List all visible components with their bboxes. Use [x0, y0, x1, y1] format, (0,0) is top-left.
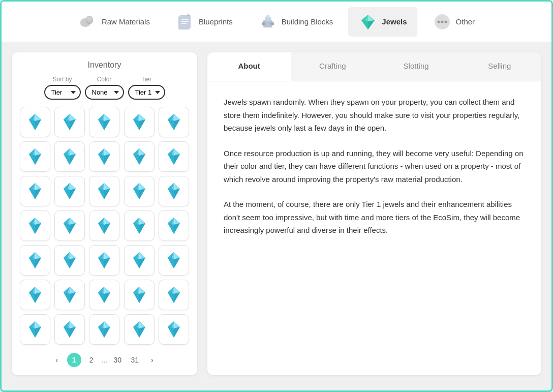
svg-marker-144	[168, 223, 174, 234]
jewel-cell[interactable]	[159, 314, 189, 345]
svg-marker-192	[98, 292, 104, 303]
jewels-icon	[358, 12, 378, 32]
tab-slotting[interactable]: Slotting	[375, 52, 458, 81]
nav-item-raw-materials[interactable]: Raw Materials	[68, 7, 160, 37]
svg-marker-36	[64, 119, 70, 130]
jewel-cell[interactable]	[89, 314, 119, 345]
about-paragraph-1: Jewels spawn randomly. When they spawn o…	[224, 96, 525, 135]
page-30-button[interactable]: 30	[110, 353, 125, 367]
jewel-cell[interactable]	[124, 141, 155, 172]
sort-by-select[interactable]: Tier Color	[44, 85, 81, 100]
jewel-cell[interactable]	[124, 210, 155, 241]
svg-marker-107	[139, 189, 145, 199]
jewel-cell[interactable]	[20, 176, 50, 206]
jewel-cell[interactable]	[54, 107, 85, 137]
jewel-cell[interactable]	[89, 245, 119, 276]
jewel-cell[interactable]	[159, 141, 189, 172]
svg-marker-216	[64, 327, 70, 338]
svg-marker-150	[29, 258, 35, 268]
jewel-cell[interactable]	[89, 210, 119, 241]
nav-item-building-blocks[interactable]: Building Blocks	[248, 7, 344, 37]
svg-marker-42	[98, 119, 104, 130]
jewel-cell[interactable]	[159, 107, 189, 137]
svg-marker-143	[174, 223, 180, 234]
nav-item-jewels[interactable]: Jewels	[348, 7, 417, 37]
tabs: About Crafting Slotting Selling	[207, 52, 541, 81]
sort-by-group: Sort by Tier Color	[44, 76, 81, 100]
svg-marker-191	[104, 292, 110, 303]
jewel-cell[interactable]	[54, 280, 85, 310]
svg-marker-233	[174, 327, 180, 338]
jewel-cell[interactable]	[20, 141, 50, 172]
jewel-cell[interactable]	[124, 314, 155, 345]
svg-marker-47	[139, 119, 145, 130]
tier-label: Tier	[141, 76, 151, 83]
next-page-button[interactable]: ›	[145, 353, 159, 367]
svg-marker-132	[98, 223, 104, 234]
jewel-cell[interactable]	[54, 210, 85, 241]
jewel-cell[interactable]	[20, 314, 50, 345]
jewel-cell[interactable]	[54, 245, 85, 276]
main-content: Inventory Sort by Tier Color Color None …	[2, 42, 551, 385]
jewel-cell[interactable]	[20, 107, 50, 137]
tab-crafting[interactable]: Crafting	[291, 52, 374, 81]
jewel-cell[interactable]	[54, 141, 85, 172]
jewel-cell[interactable]	[54, 176, 85, 206]
jewel-cell[interactable]	[89, 280, 119, 310]
svg-marker-186	[64, 292, 70, 303]
inventory-panel: Inventory Sort by Tier Color Color None …	[12, 52, 197, 375]
svg-marker-101	[104, 189, 110, 199]
jewel-cell[interactable]	[159, 245, 189, 276]
sort-by-label: Sort by	[52, 76, 72, 83]
svg-marker-30	[29, 119, 35, 130]
svg-marker-228	[133, 327, 139, 338]
svg-marker-210	[29, 327, 35, 338]
svg-marker-48	[133, 119, 139, 130]
jewel-cell[interactable]	[20, 210, 50, 241]
jewel-cell[interactable]	[20, 280, 50, 310]
svg-rect-12	[265, 17, 271, 21]
svg-marker-149	[35, 258, 41, 268]
jewel-cell[interactable]	[124, 245, 155, 276]
jewel-grid	[20, 107, 189, 345]
svg-marker-71	[104, 154, 110, 165]
svg-marker-65	[70, 154, 76, 165]
svg-marker-90	[29, 189, 35, 199]
tier-group: Tier Tier 1 Tier 2 Tier 3	[128, 76, 165, 100]
prev-page-button[interactable]: ‹	[50, 353, 64, 367]
page-2-button[interactable]: 2	[84, 353, 99, 367]
jewel-cell[interactable]	[159, 280, 189, 310]
tab-selling[interactable]: Selling	[458, 52, 541, 81]
svg-marker-29	[35, 119, 41, 130]
tab-about[interactable]: About	[207, 52, 291, 81]
jewel-cell[interactable]	[89, 141, 119, 172]
jewel-cell[interactable]	[54, 314, 85, 345]
sort-controls: Sort by Tier Color Color None Blue Green…	[20, 76, 189, 100]
color-select[interactable]: None Blue Green Red	[85, 85, 124, 100]
jewel-cell[interactable]	[20, 245, 50, 276]
nav-label-building-blocks: Building Blocks	[282, 17, 333, 26]
page-31-button[interactable]: 31	[128, 353, 142, 367]
svg-marker-83	[174, 154, 180, 165]
svg-marker-138	[133, 223, 139, 234]
color-label: Color	[97, 76, 112, 83]
jewel-cell[interactable]	[124, 280, 155, 310]
nav-item-other[interactable]: Other	[422, 7, 485, 37]
svg-marker-59	[35, 154, 41, 165]
jewel-cell[interactable]	[159, 176, 189, 206]
jewel-cell[interactable]	[89, 107, 119, 137]
nav-item-blueprints[interactable]: Blueprints	[165, 7, 243, 37]
jewel-cell[interactable]	[124, 107, 155, 137]
svg-marker-114	[168, 189, 174, 199]
svg-marker-131	[104, 223, 110, 234]
svg-marker-162	[98, 258, 104, 268]
svg-marker-119	[35, 223, 41, 234]
nav-label-other: Other	[456, 17, 475, 26]
svg-marker-96	[64, 189, 70, 199]
tier-select[interactable]: Tier 1 Tier 2 Tier 3	[128, 85, 165, 100]
jewel-cell[interactable]	[89, 176, 119, 206]
page-1-button[interactable]: 1	[67, 353, 81, 367]
svg-point-24	[441, 20, 443, 23]
jewel-cell[interactable]	[124, 176, 155, 206]
jewel-cell[interactable]	[159, 210, 189, 241]
